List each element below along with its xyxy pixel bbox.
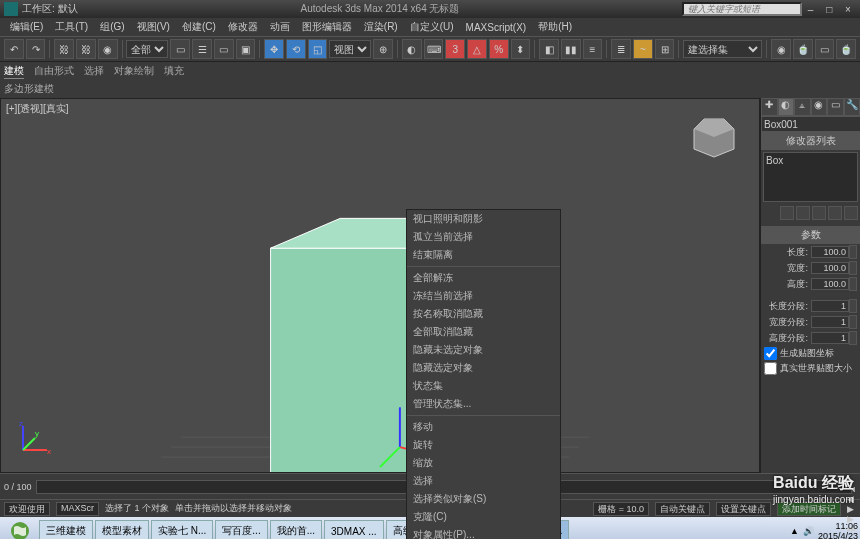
menu-tools[interactable]: 工具(T) [49, 20, 94, 34]
length-input[interactable] [811, 246, 849, 258]
stack-item-box[interactable]: Box [766, 155, 855, 166]
ctx-clone[interactable]: 克隆(C) [407, 508, 560, 526]
height-spinner[interactable] [849, 277, 857, 291]
configure-sets-button[interactable] [844, 206, 858, 220]
window-crossing-button[interactable]: ▣ [236, 39, 256, 59]
ctx-scale[interactable]: 缩放 [407, 454, 560, 472]
ctx-viewport-lighting[interactable]: 视口照明和阴影 [407, 210, 560, 228]
play-button[interactable]: ▶ [847, 504, 856, 514]
render-frame-button[interactable]: ▭ [815, 39, 835, 59]
layer-button[interactable]: ≣ [611, 39, 631, 59]
named-selection-dropdown[interactable]: 建选择集 [683, 40, 762, 58]
task-item[interactable]: 三维建模 [39, 520, 93, 539]
move-button[interactable]: ✥ [264, 39, 284, 59]
pin-stack-button[interactable] [780, 206, 794, 220]
select-manipulate-button[interactable]: ◐ [402, 39, 422, 59]
select-by-name-button[interactable]: ☰ [192, 39, 212, 59]
unlink-button[interactable]: ⛓ [76, 39, 96, 59]
tab-modeling[interactable]: 建模 [4, 64, 24, 79]
menu-views[interactable]: 视图(V) [131, 20, 176, 34]
task-item[interactable]: 写百度... [215, 520, 267, 539]
menu-modifiers[interactable]: 修改器 [222, 20, 264, 34]
wseg-spinner[interactable] [849, 315, 857, 329]
gen-uv-checkbox[interactable] [764, 347, 777, 360]
scale-button[interactable]: ◱ [308, 39, 328, 59]
tab-freeform[interactable]: 自由形式 [34, 64, 74, 78]
tray-icon[interactable]: 🔊 [803, 526, 814, 536]
task-item[interactable]: 模型素材 [95, 520, 149, 539]
close-button[interactable]: × [840, 4, 856, 15]
menu-create[interactable]: 创建(C) [176, 20, 222, 34]
rotate-button[interactable]: ⟲ [286, 39, 306, 59]
hseg-spinner[interactable] [849, 331, 857, 345]
ctx-select[interactable]: 选择 [407, 472, 560, 490]
snap-toggle-button[interactable]: 3 [445, 39, 465, 59]
menu-customize[interactable]: 自定义(U) [404, 20, 460, 34]
width-input[interactable] [811, 262, 849, 274]
ctx-manage-state-sets[interactable]: 管理状态集... [407, 395, 560, 413]
modifier-list-label[interactable]: 修改器列表 [761, 132, 860, 150]
remove-modifier-button[interactable] [828, 206, 842, 220]
real-world-checkbox[interactable] [764, 362, 777, 375]
named-sel-set-button[interactable]: ◧ [539, 39, 559, 59]
subtab-polygon-modeling[interactable]: 多边形建模 [4, 82, 54, 96]
menu-graph-editors[interactable]: 图形编辑器 [296, 20, 358, 34]
ctx-isolate-selection[interactable]: 孤立当前选择 [407, 228, 560, 246]
ctx-select-similar[interactable]: 选择类似对象(S) [407, 490, 560, 508]
percent-snap-button[interactable]: % [489, 39, 509, 59]
align-button[interactable]: ≡ [583, 39, 603, 59]
workspace-label[interactable]: 工作区: 默认 [22, 2, 78, 16]
modify-panel-tab[interactable]: ◐ [778, 98, 795, 116]
curve-editor-button[interactable]: ~ [633, 39, 653, 59]
viewport-label[interactable]: [+][透视][真实] [6, 102, 69, 116]
width-spinner[interactable] [849, 261, 857, 275]
bind-button[interactable]: ◉ [98, 39, 118, 59]
ctx-rotate[interactable]: 旋转 [407, 436, 560, 454]
task-item[interactable]: 我的首... [270, 520, 322, 539]
start-button[interactable] [2, 519, 38, 539]
rollout-parameters[interactable]: 参数 [761, 226, 860, 244]
lseg-input[interactable] [811, 300, 849, 312]
spinner-snap-button[interactable]: ⬍ [511, 39, 531, 59]
select-region-button[interactable]: ▭ [214, 39, 234, 59]
maximize-button[interactable]: □ [821, 4, 837, 15]
redo-button[interactable]: ↷ [26, 39, 46, 59]
maxscript-listener[interactable]: MAXScr [56, 502, 99, 516]
hseg-input[interactable] [811, 332, 849, 344]
utilities-panel-tab[interactable]: 🔧 [844, 98, 861, 116]
ctx-freeze-selection[interactable]: 冻结当前选择 [407, 287, 560, 305]
create-panel-tab[interactable]: ✚ [761, 98, 778, 116]
tab-selection[interactable]: 选择 [84, 64, 104, 78]
height-input[interactable] [811, 278, 849, 290]
ctx-end-isolate[interactable]: 结束隔离 [407, 246, 560, 264]
perspective-viewport[interactable]: z x y 视口照明和阴影 孤立当前选择 结束隔离 全部解冻 冻结当前选择 按名… [0, 98, 760, 473]
material-editor-button[interactable]: ◉ [771, 39, 791, 59]
selection-filter[interactable]: 全部 [126, 40, 168, 58]
pivot-button[interactable]: ⊕ [373, 39, 393, 59]
menu-help[interactable]: 帮助(H) [532, 20, 578, 34]
menu-group[interactable]: 组(G) [94, 20, 130, 34]
menu-animation[interactable]: 动画 [264, 20, 296, 34]
ctx-state-sets[interactable]: 状态集 [407, 377, 560, 395]
ref-coord-system[interactable]: 视图 [329, 40, 371, 58]
task-item[interactable]: 实验七 N... [151, 520, 213, 539]
lseg-spinner[interactable] [849, 299, 857, 313]
render-button[interactable]: 🍵 [836, 39, 856, 59]
ctx-move[interactable]: 移动 [407, 418, 560, 436]
link-button[interactable]: ⛓ [54, 39, 74, 59]
tray-icon[interactable]: ▲ [790, 526, 799, 536]
auto-key-button[interactable]: 自动关键点 [655, 502, 710, 516]
show-end-result-button[interactable] [796, 206, 810, 220]
angle-snap-button[interactable]: △ [467, 39, 487, 59]
hierarchy-panel-tab[interactable]: ⟁ [794, 98, 811, 116]
menu-rendering[interactable]: 渲染(R) [358, 20, 404, 34]
schematic-view-button[interactable]: ⊞ [655, 39, 675, 59]
set-key-button[interactable]: 设置关键点 [716, 502, 771, 516]
ctx-unfreeze-all[interactable]: 全部解冻 [407, 269, 560, 287]
ctx-unhide-all[interactable]: 全部取消隐藏 [407, 323, 560, 341]
make-unique-button[interactable] [812, 206, 826, 220]
help-search-input[interactable] [682, 2, 802, 16]
undo-button[interactable]: ↶ [4, 39, 24, 59]
select-button[interactable]: ▭ [170, 39, 190, 59]
motion-panel-tab[interactable]: ◉ [811, 98, 828, 116]
